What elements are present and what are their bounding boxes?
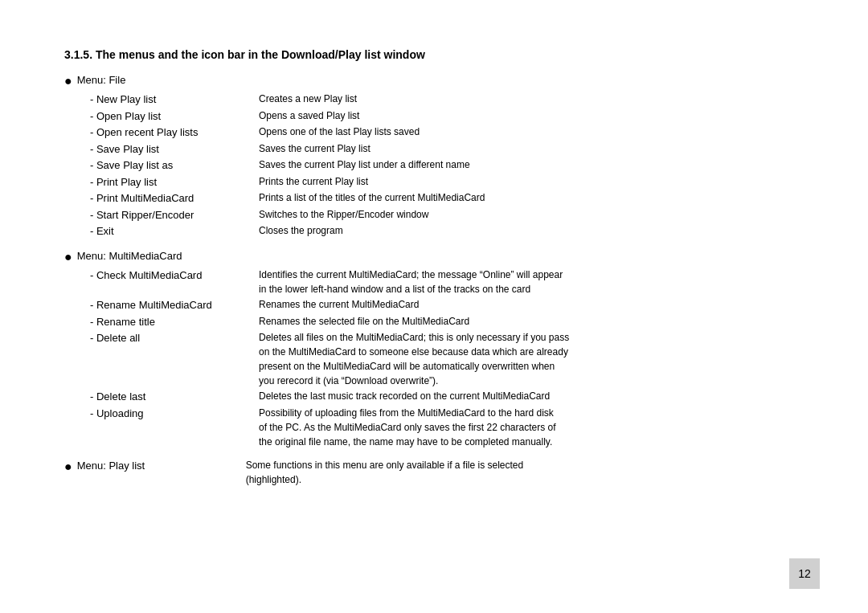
list-item: - Exit Closes the program	[90, 223, 804, 239]
page-number: 12	[789, 558, 820, 589]
list-item: - Print MultiMediaCard Prints a list of …	[90, 190, 804, 206]
item-desc: Prints the current Play list	[259, 174, 804, 189]
menu-multimediacard-items: - Check MultiMediaCard Identifies the cu…	[90, 268, 804, 449]
item-label: - Delete all	[90, 330, 259, 346]
list-item: - Save Play list Saves the current Play …	[90, 141, 804, 157]
list-item: - Print Play list Prints the current Pla…	[90, 174, 804, 190]
item-desc: Opens a saved Play list	[259, 108, 804, 123]
item-desc: Deletes the last music track recorded on…	[259, 389, 804, 403]
item-label: - Exit	[90, 223, 259, 239]
list-item: - New Play list Creates a new Play list	[90, 92, 804, 108]
menu-multimediacard-title: Menu: MultiMediaCard	[77, 248, 182, 264]
menu-group-playlist: ●Menu: Play listSome functions in this m…	[64, 458, 804, 488]
item-label: - Open recent Play lists	[90, 125, 259, 141]
item-desc: Possibility of uploading files from the …	[259, 406, 804, 449]
item-label: - Print MultiMediaCard	[90, 190, 259, 206]
list-item: - Rename title Renames the selected file…	[90, 314, 804, 330]
item-label: - Open Play list	[90, 108, 259, 125]
item-label: - Uploading	[90, 406, 259, 422]
item-label: - Check MultiMediaCard	[90, 268, 259, 284]
list-item: - Delete last Deletes the last music tra…	[90, 389, 804, 405]
item-label: - Save Play list	[90, 141, 259, 157]
item-desc: Opens one of the last Play lists saved	[259, 125, 804, 139]
item-desc: Saves the current Play list under a diff…	[259, 157, 804, 172]
item-label: - Delete last	[90, 389, 259, 405]
list-item: - Start Ripper/Encoder Switches to the R…	[90, 207, 804, 223]
item-label: - Print Play list	[90, 174, 259, 190]
page: 3.1.5. The menus and the icon bar in the…	[0, 0, 868, 613]
list-item: - Uploading Possibility of uploading fil…	[90, 406, 804, 449]
menu-group-file: ● Menu: File - New Play list Creates a n…	[64, 72, 804, 240]
menu-multimediacard-header: ● Menu: MultiMediaCard	[64, 248, 804, 266]
item-desc: Deletes all files on the MultiMediaCard;…	[259, 330, 804, 388]
menu-playlist-header: ●Menu: Play listSome functions in this m…	[64, 458, 804, 487]
item-label: - Rename title	[90, 314, 259, 330]
bullet-multimediacard: ●	[64, 248, 72, 266]
item-desc: Renames the current MultiMediaCard	[259, 297, 804, 312]
item-label: - Rename MultiMediaCard	[90, 297, 259, 313]
menu-file-header: ● Menu: File	[64, 72, 804, 90]
item-desc: Creates a new Play list	[259, 92, 804, 106]
item-desc: Closes the program	[259, 223, 804, 238]
item-label: - Start Ripper/Encoder	[90, 207, 259, 223]
menu-playlist-title: Menu: Play list	[77, 458, 246, 474]
menu-file-items: - New Play list Creates a new Play list …	[90, 92, 804, 239]
item-desc: Identifies the current MultiMediaCard; t…	[259, 268, 804, 296]
item-desc: Prints a list of the titles of the curre…	[259, 190, 804, 205]
list-item: - Open Play list Opens a saved Play list	[90, 108, 804, 125]
item-desc: Saves the current Play list	[259, 141, 804, 156]
content: ● Menu: File - New Play list Creates a n…	[64, 72, 804, 497]
list-item: - Check MultiMediaCard Identifies the cu…	[90, 268, 804, 296]
list-item: - Save Play list as Saves the current Pl…	[90, 157, 804, 174]
menu-group-multimediacard: ● Menu: MultiMediaCard - Check MultiMedi…	[64, 248, 804, 450]
bullet-file: ●	[64, 72, 72, 90]
item-desc: Switches to the Ripper/Encoder window	[259, 207, 804, 222]
list-item: - Rename MultiMediaCard Renames the curr…	[90, 297, 804, 313]
item-label: - New Play list	[90, 92, 259, 108]
list-item: - Open recent Play lists Opens one of th…	[90, 125, 804, 141]
item-desc: Renames the selected file on the MultiMe…	[259, 314, 804, 329]
item-label: - Save Play list as	[90, 157, 259, 174]
list-item: - Delete all Deletes all files on the Mu…	[90, 330, 804, 388]
bullet-playlist: ●	[64, 458, 72, 476]
item-desc: Some functions in this menu are only ava…	[246, 458, 804, 487]
section-title: 3.1.5. The menus and the icon bar in the…	[64, 48, 804, 61]
menu-file-title: Menu: File	[77, 72, 126, 88]
